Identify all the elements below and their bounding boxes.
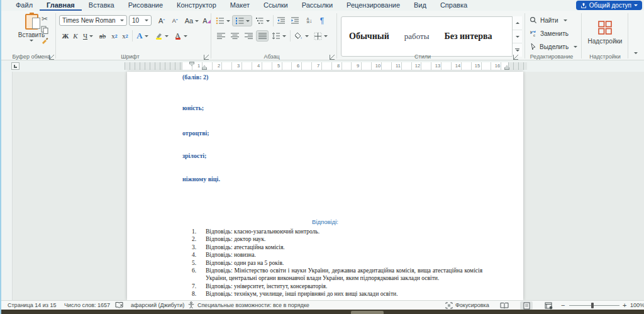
bullets-button[interactable] <box>214 15 231 26</box>
paragraph-dialog-launcher-icon[interactable] <box>330 55 335 60</box>
list-item: 6.Відповідь: Міністерство освіти і науки… <box>192 267 482 283</box>
list-item: 5.Відповідь: один раз на 5 років. <box>192 259 482 267</box>
text-effects-button[interactable]: А <box>134 30 151 42</box>
accessibility-icon <box>187 301 195 309</box>
zoom-out-button[interactable]: − <box>561 301 565 310</box>
paste-clipboard-icon <box>25 14 38 30</box>
justify-button[interactable] <box>256 30 269 42</box>
align-left-button[interactable] <box>214 30 227 42</box>
group-label-addins: Надстройки <box>579 53 631 60</box>
line-spacing-button[interactable] <box>270 30 287 42</box>
group-label-clipboard: Буфер обмена <box>8 53 55 60</box>
replace-icon: cb <box>530 30 537 37</box>
ribbon: Вставить ✂ Буфер обмена Times New Roman … <box>1 11 644 60</box>
horizontal-ruler[interactable]: 1 2 3 4 5 6 7 8 9 10 11 12 13 14 15 16 <box>1 60 644 72</box>
increase-indent-button[interactable] <box>289 15 301 26</box>
language-indicator[interactable]: афарский (Джибути) <box>131 301 184 310</box>
zoom-level[interactable]: 100% <box>630 301 644 310</box>
grow-font-button[interactable]: Аˆ <box>155 15 168 26</box>
font-name-select[interactable]: Times New Roman <box>59 15 127 26</box>
font-color-button[interactable]: А <box>172 30 189 42</box>
read-mode-button[interactable] <box>498 301 511 310</box>
addins-grid-icon <box>597 20 613 35</box>
find-button[interactable]: Найти <box>530 16 567 24</box>
answers-list: 1.Відповідь: класно-узагальнюючий контро… <box>192 228 482 298</box>
superscript-button[interactable]: x2 <box>120 30 130 42</box>
document-left-gutter <box>1 72 13 300</box>
status-bar: Страница 14 из 15 Число слов: 1657 афарс… <box>1 300 644 310</box>
focus-mode-button[interactable]: Фокусировка <box>445 301 489 310</box>
styles-scroll-down-button[interactable] <box>513 30 522 44</box>
style-item-no-spacing[interactable]: Без интерва <box>436 31 499 42</box>
bold-button[interactable]: Ж <box>60 30 70 42</box>
zoom-in-button[interactable]: + <box>623 301 626 310</box>
tab-review[interactable]: Рецензирование <box>340 0 407 11</box>
decrease-indent-button[interactable] <box>275 15 287 26</box>
style-item-normal[interactable]: Обычный <box>341 31 397 42</box>
document-page[interactable]: (балів: 2) юність; отроцтві; зрілості; н… <box>127 72 523 300</box>
list-item: 3.Відповідь: атестаційна комісія. <box>192 244 482 251</box>
underline-button[interactable]: Ч <box>80 30 96 42</box>
doc-heading-line: (балів: 2) <box>182 74 208 81</box>
collapse-ribbon-button[interactable] <box>630 47 641 59</box>
clipboard-dialog-launcher-icon[interactable] <box>49 55 54 60</box>
shrink-font-button[interactable]: Аˇ <box>169 15 181 26</box>
tab-help[interactable]: Справка <box>433 0 474 11</box>
tab-stop-selector[interactable] <box>11 62 19 70</box>
cursor-arrow-icon <box>530 43 536 50</box>
accessibility-status[interactable]: Специальные возможности: все в порядке <box>187 301 309 310</box>
font-size-select[interactable]: 10 <box>129 15 152 26</box>
copy-icon[interactable] <box>41 26 48 34</box>
subscript-button[interactable]: x2 <box>109 30 119 42</box>
borders-button[interactable] <box>311 30 330 42</box>
align-center-button[interactable] <box>228 30 241 42</box>
tab-mailings[interactable]: Рассылки <box>295 0 340 11</box>
italic-button[interactable]: К <box>70 30 80 42</box>
multilevel-list-button[interactable] <box>253 15 271 26</box>
page-indicator[interactable]: Страница 14 из 15 <box>8 301 56 310</box>
sort-button[interactable]: АЯ ↓ <box>303 15 316 26</box>
addins-button[interactable]: Надстройки <box>585 14 625 50</box>
share-button[interactable]: Общий доступ <box>576 1 642 10</box>
styles-scroll-up-button[interactable] <box>513 16 522 30</box>
tab-design[interactable]: Конструктор <box>170 0 223 11</box>
focus-icon <box>445 302 453 309</box>
tab-references[interactable]: Ссылки <box>257 0 295 11</box>
change-case-button[interactable]: Aa <box>184 15 200 26</box>
tab-home[interactable]: Главная <box>40 0 82 11</box>
svg-text:c: c <box>533 33 535 37</box>
shading-button[interactable] <box>292 30 310 42</box>
align-right-button[interactable] <box>242 30 255 42</box>
zoom-slider[interactable] <box>569 305 619 306</box>
styles-gallery: Обычный работы Без интерва <box>341 16 522 57</box>
chevron-down-icon <box>634 4 638 6</box>
group-label-paragraph: Абзац <box>243 53 300 60</box>
tab-draw[interactable]: Рисование <box>121 0 170 11</box>
replace-button[interactable]: cb Заменить <box>530 30 569 37</box>
web-layout-button[interactable] <box>542 301 555 310</box>
style-item-raboty[interactable]: работы <box>397 31 437 42</box>
font-dialog-launcher-icon[interactable] <box>204 55 209 60</box>
share-icon <box>580 3 587 9</box>
document-area: (балів: 2) юність; отроцтві; зрілості; н… <box>1 72 644 300</box>
proofing-errors-icon[interactable] <box>115 301 123 310</box>
select-button[interactable]: Выделить <box>530 43 577 50</box>
cut-scissors-icon[interactable]: ✂ <box>42 14 48 23</box>
show-formatting-button[interactable]: ¶ <box>317 15 327 26</box>
list-item: 8.Відповідь: технікум, училище, інші при… <box>192 290 482 298</box>
doc-heading-line: ніжному віці. <box>182 176 220 182</box>
word-count[interactable]: Число слов: 1657 <box>64 301 110 310</box>
format-painter-icon[interactable] <box>41 36 49 44</box>
numbering-button[interactable] <box>232 15 252 26</box>
zoom-slider-handle[interactable] <box>591 303 594 308</box>
tab-insert[interactable]: Вставка <box>82 0 121 11</box>
tab-view[interactable]: Вид <box>407 0 433 11</box>
doc-heading-line: зрілості; <box>182 152 206 159</box>
highlight-button[interactable] <box>153 30 170 42</box>
tab-file[interactable]: Файл <box>9 0 40 11</box>
print-layout-button[interactable] <box>520 301 533 310</box>
tab-layout[interactable]: Макет <box>223 0 257 11</box>
doc-heading-line: юність; <box>182 104 204 111</box>
strikethrough-button[interactable]: ab <box>96 30 109 42</box>
styles-dialog-launcher-icon[interactable] <box>513 55 518 60</box>
